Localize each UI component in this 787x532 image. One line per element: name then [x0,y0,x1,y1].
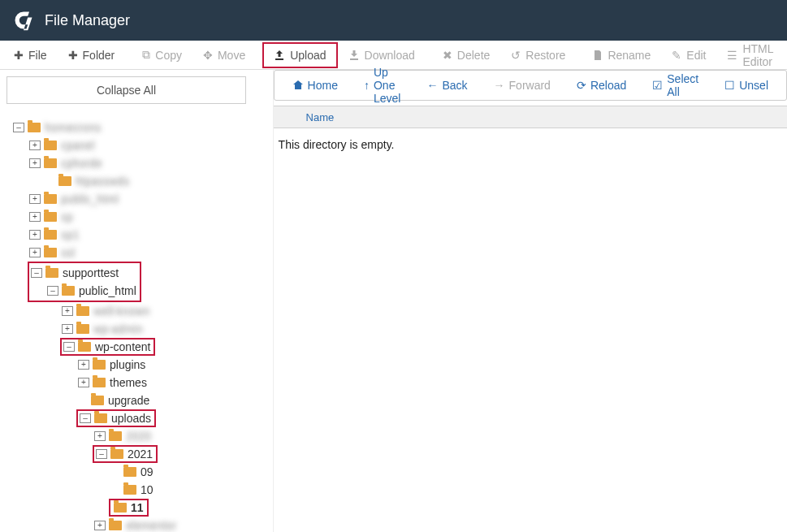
folder-icon [93,360,106,370]
tree-item-10[interactable]: 10 [6,481,266,499]
folder-icon [44,212,57,222]
edit-icon: ✎ [672,49,681,62]
expand-icon[interactable]: + [29,141,41,150]
tree-item[interactable]: –homecrons [6,119,266,136]
folder-icon [44,248,57,257]
collapse-icon[interactable]: – [80,413,91,423]
tree-item[interactable]: +well-known [6,302,266,320]
tree-item-supporttest[interactable]: –supporttest [31,264,136,282]
folder-icon [44,194,57,204]
upload-button[interactable]: Upload [262,42,337,68]
tree-item-11[interactable]: 11 [6,499,266,517]
folder-icon [78,342,91,352]
folder-icon [94,413,107,423]
tree-item[interactable]: +wp-admin [6,320,266,338]
folder-icon [109,521,122,530]
folder-icon [91,396,104,405]
empty-directory-message: This directory is empty. [274,128,787,161]
tree-item-plugins[interactable]: +plugins [6,356,266,374]
collapse-icon[interactable]: – [63,342,75,352]
folder-icon [123,467,136,477]
expand-icon[interactable]: + [94,521,106,530]
expand-icon[interactable]: + [29,230,41,240]
expand-icon[interactable]: + [29,194,41,204]
app-header: File Manager [0,0,787,41]
unselect-button[interactable]: ☐Unsel [716,76,776,95]
tree-item[interactable]: +ssl [6,244,266,262]
tree-item[interactable]: +cpanel [6,136,266,154]
copy-icon: ⧉ [142,48,150,62]
html-editor-icon: ☰ [727,49,737,62]
tree-item-public-html[interactable]: –public_html [31,282,136,300]
expand-icon[interactable]: + [78,360,89,370]
collapse-icon[interactable]: – [47,286,58,296]
tree-item[interactable]: htpasswds [6,172,266,190]
expand-icon[interactable]: + [62,324,73,334]
folder-icon [93,378,106,387]
tree-item[interactable]: +2020 [6,427,266,445]
collapse-icon[interactable]: – [13,123,24,132]
tree-item[interactable]: +sp1 [6,226,266,244]
delete-button[interactable]: ✖Delete [432,43,500,67]
column-name[interactable]: Name [306,111,335,123]
expand-icon[interactable]: + [62,306,73,316]
tree-item[interactable]: +sp [6,208,266,226]
folder-icon [123,485,136,495]
rename-icon [593,50,603,61]
move-icon: ✥ [203,49,213,62]
expand-icon[interactable]: + [29,248,41,257]
collapse-icon[interactable]: – [96,449,107,459]
tree-item-2021[interactable]: –2021 [6,445,266,463]
download-icon [348,50,360,61]
checkbox-empty-icon: ☐ [724,79,735,92]
tree-item-uploads[interactable]: –uploads [6,409,266,427]
tree-item-wp-content[interactable]: –wp-content [6,338,266,356]
select-all-button[interactable]: ☑Select All [644,69,707,102]
folder-icon [44,158,57,168]
restore-button[interactable]: ↺Restore [500,43,576,67]
rename-button[interactable]: Rename [582,43,661,67]
up-one-level-button[interactable]: ↑Up One Level [356,63,409,108]
move-button[interactable]: ✥Move [192,43,256,67]
expand-icon[interactable]: + [78,378,89,387]
forward-button[interactable]: →Forward [486,76,559,95]
tree-item-themes[interactable]: +themes [6,374,266,391]
tree-item[interactable]: +elementor [6,517,266,532]
plus-icon: ✚ [68,49,78,62]
collapse-all-button[interactable]: Collapse All [6,76,246,104]
home-icon [292,80,304,91]
expand-icon[interactable]: + [29,158,41,168]
collapse-icon[interactable]: – [31,268,42,278]
content-pane: Home ↑Up One Level ←Back →Forward ⟳Reloa… [273,70,787,532]
plus-icon: ✚ [14,49,24,62]
back-arrow-icon: ← [426,79,438,92]
tree-item[interactable]: +cphorde [6,154,266,172]
folder-icon [45,268,58,278]
new-file-button[interactable]: ✚File [3,43,58,67]
delete-icon: ✖ [443,49,452,62]
edit-button[interactable]: ✎Edit [661,43,716,67]
folder-icon [44,230,57,240]
reload-icon: ⟳ [577,79,586,92]
up-arrow-icon: ↑ [364,79,370,92]
expand-icon[interactable]: + [29,212,41,222]
home-button[interactable]: Home [284,76,346,95]
nav-toolbar: Home ↑Up One Level ←Back →Forward ⟳Reloa… [274,70,787,101]
copy-button[interactable]: ⧉Copy [132,42,192,67]
expand-icon[interactable]: + [94,431,106,441]
folder-icon [44,141,57,150]
tree-item-09[interactable]: 09 [6,463,266,481]
folder-icon [114,503,127,513]
html-editor-button[interactable]: ☰HTML Editor [716,37,784,74]
reload-button[interactable]: ⟳Reload [569,76,634,95]
folder-icon [109,431,122,441]
tree-item-upgrade[interactable]: upgrade [6,391,266,409]
folder-icon [28,123,41,132]
new-folder-button[interactable]: ✚Folder [58,43,126,67]
tree-item[interactable]: +public_html [6,190,266,208]
app-title: File Manager [45,12,130,29]
folder-icon [76,306,89,316]
sidebar: Collapse All –homecrons +cpanel +cphorde… [0,70,273,532]
back-button[interactable]: ←Back [418,76,475,95]
folder-icon [62,286,75,296]
